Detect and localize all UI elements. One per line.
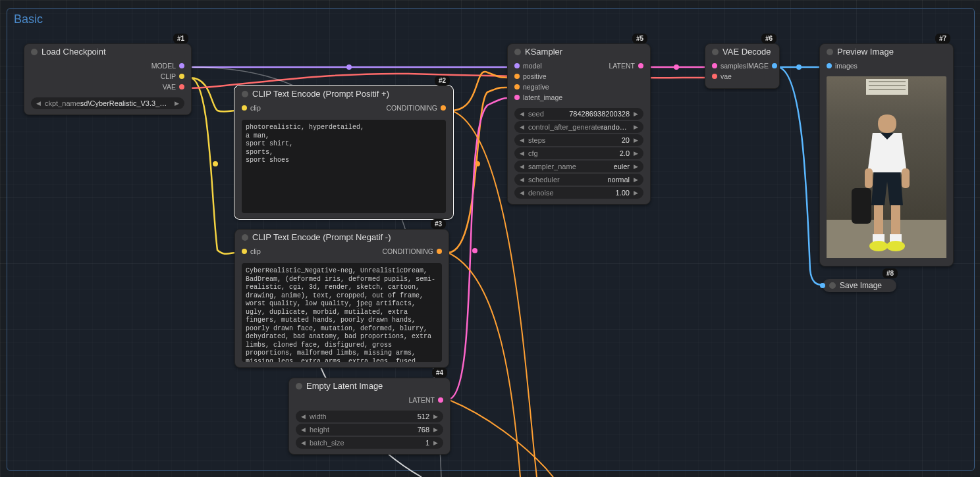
- port-image-out[interactable]: [772, 63, 777, 68]
- width-widget[interactable]: ◀width512▶: [296, 411, 443, 422]
- node-empty-latent-image[interactable]: #4 Empty Latent Image LATENT ◀width512▶ …: [288, 378, 450, 455]
- collapse-icon[interactable]: [242, 91, 248, 97]
- node-header[interactable]: Empty Latent Image: [289, 378, 450, 395]
- chevron-right-icon[interactable]: ▶: [632, 163, 640, 170]
- port-label: samples: [721, 62, 746, 70]
- node-ksampler[interactable]: #5 KSampler model LATENT positive negati…: [507, 43, 651, 205]
- node-title: KSampler: [525, 47, 562, 57]
- chevron-right-icon[interactable]: ▶: [632, 189, 640, 196]
- preview-image[interactable]: [827, 76, 946, 261]
- port-vae-out[interactable]: [179, 84, 184, 89]
- node-vae-decode[interactable]: #6 VAE Decode samples IMAGE vae: [705, 43, 780, 89]
- node-title: Empty Latent Image: [306, 381, 383, 391]
- node-title: Load Checkpoint: [41, 47, 106, 57]
- port-label: clip: [250, 104, 261, 112]
- port-model-in[interactable]: [514, 63, 520, 68]
- cfg-widget[interactable]: ◀cfg2.0▶: [514, 147, 643, 159]
- port-latent-image-in[interactable]: [514, 95, 520, 100]
- chevron-right-icon[interactable]: ▶: [632, 150, 640, 157]
- svg-rect-12: [852, 188, 871, 224]
- node-badge: #3: [431, 219, 446, 229]
- node-clip-text-positive[interactable]: #2 CLIP Text Encode (Prompt Positif +) c…: [234, 86, 453, 219]
- widget-label: cfg: [526, 149, 538, 157]
- port-latent-out[interactable]: [438, 397, 443, 403]
- port-negative-in[interactable]: [514, 84, 520, 89]
- chevron-right-icon[interactable]: ▶: [632, 124, 640, 130]
- port-label: CONDITIONING: [386, 104, 437, 112]
- chevron-right-icon[interactable]: ▶: [432, 413, 439, 420]
- chevron-left-icon[interactable]: ◀: [300, 413, 307, 420]
- port-label: negative: [523, 83, 549, 91]
- chevron-right-icon[interactable]: ▶: [632, 137, 640, 143]
- chevron-right-icon[interactable]: ▶: [632, 111, 640, 117]
- collapse-icon[interactable]: [827, 49, 833, 55]
- collapse-icon[interactable]: [242, 234, 248, 241]
- chevron-right-icon[interactable]: ▶: [173, 100, 180, 107]
- chevron-left-icon[interactable]: ◀: [518, 137, 526, 143]
- seed-widget[interactable]: ◀seed784286938200328▶: [514, 108, 643, 120]
- collapse-icon[interactable]: [514, 49, 521, 55]
- chevron-left-icon[interactable]: ◀: [518, 150, 526, 157]
- port-positive-in[interactable]: [514, 74, 520, 79]
- port-images-in[interactable]: [827, 63, 832, 68]
- node-save-image-collapsed[interactable]: #8 Save Image: [823, 279, 896, 292]
- node-title: CLIP Text Encode (Prompt Negatif -): [252, 232, 391, 242]
- denoise-widget[interactable]: ◀denoise1.00▶: [514, 187, 643, 199]
- height-widget[interactable]: ◀height768▶: [296, 424, 443, 436]
- node-badge: #8: [883, 268, 898, 278]
- collapse-icon[interactable]: [31, 49, 38, 55]
- collapse-icon[interactable]: [829, 282, 836, 289]
- port-label: latent_image: [523, 93, 562, 101]
- prompt-textarea[interactable]: CyberRealistic_Negative-neg, Unrealistic…: [242, 263, 442, 362]
- node-header[interactable]: VAE Decode: [705, 44, 779, 61]
- node-load-checkpoint[interactable]: #1 Load Checkpoint MODEL CLIP VAE ◀ ckpt…: [24, 43, 192, 115]
- node-title: Preview Image: [837, 47, 894, 57]
- node-header[interactable]: CLIP Text Encode (Prompt Positif +): [235, 86, 452, 103]
- chevron-left-icon[interactable]: ◀: [518, 124, 526, 130]
- port-clip-in[interactable]: [242, 105, 247, 111]
- port-vae-in[interactable]: [712, 74, 717, 79]
- port-clip-out[interactable]: [179, 74, 184, 79]
- chevron-left-icon[interactable]: ◀: [518, 189, 526, 196]
- steps-widget[interactable]: ◀steps20▶: [514, 134, 643, 146]
- chevron-left-icon[interactable]: ◀: [300, 426, 307, 433]
- ckpt-name-widget[interactable]: ◀ ckpt_name sd\CyberRealistic_V3.3_FP3..…: [31, 97, 184, 109]
- node-graph-canvas[interactable]: Basic #1 Load Checkpoint MODEL CLIP VAE …: [0, 0, 980, 477]
- chevron-left-icon[interactable]: ◀: [300, 439, 307, 446]
- node-header[interactable]: CLIP Text Encode (Prompt Negatif -): [235, 230, 449, 246]
- collapse-icon[interactable]: [296, 383, 302, 389]
- widget-value: 512: [327, 413, 432, 420]
- scheduler-widget[interactable]: ◀schedulernormal▶: [514, 174, 643, 186]
- node-title: CLIP Text Encode (Prompt Positif +): [252, 89, 389, 99]
- port-conditioning-out[interactable]: [441, 105, 446, 111]
- port-images-in[interactable]: [820, 283, 825, 288]
- port-latent-out[interactable]: [638, 63, 643, 68]
- chevron-left-icon[interactable]: ◀: [518, 111, 526, 117]
- batch-size-widget[interactable]: ◀batch_size1▶: [296, 437, 443, 449]
- node-header[interactable]: Preview Image: [820, 44, 953, 61]
- chevron-right-icon[interactable]: ▶: [432, 439, 439, 446]
- chevron-left-icon[interactable]: ◀: [518, 176, 526, 183]
- sampler-name-widget[interactable]: ◀sampler_nameeuler▶: [514, 161, 643, 172]
- node-preview-image[interactable]: #7 Preview Image images: [819, 43, 954, 266]
- node-header[interactable]: Load Checkpoint: [24, 44, 191, 61]
- node-title: Save Image: [840, 281, 882, 290]
- port-label: CLIP: [161, 72, 176, 80]
- node-badge: #7: [935, 34, 950, 43]
- port-conditioning-out[interactable]: [437, 249, 442, 254]
- prompt-textarea[interactable]: photorealistic, hyperdetailed, a man, sp…: [242, 120, 446, 213]
- node-header[interactable]: KSampler: [508, 44, 650, 61]
- chevron-left-icon[interactable]: ◀: [518, 163, 526, 170]
- collapse-icon[interactable]: [712, 49, 719, 55]
- port-samples-in[interactable]: [712, 63, 717, 68]
- widget-label: height: [307, 426, 329, 434]
- port-clip-in[interactable]: [242, 249, 247, 254]
- port-label: model: [523, 62, 542, 70]
- port-model-out[interactable]: [179, 63, 184, 68]
- node-clip-text-negative[interactable]: #3 CLIP Text Encode (Prompt Negatif -) c…: [234, 229, 449, 368]
- chevron-left-icon[interactable]: ◀: [35, 100, 42, 107]
- node-badge: #1: [173, 34, 188, 43]
- chevron-right-icon[interactable]: ▶: [432, 426, 439, 433]
- control-after-generate-widget[interactable]: ◀control_after_generaterandomize▶: [514, 121, 643, 133]
- chevron-right-icon[interactable]: ▶: [632, 176, 640, 183]
